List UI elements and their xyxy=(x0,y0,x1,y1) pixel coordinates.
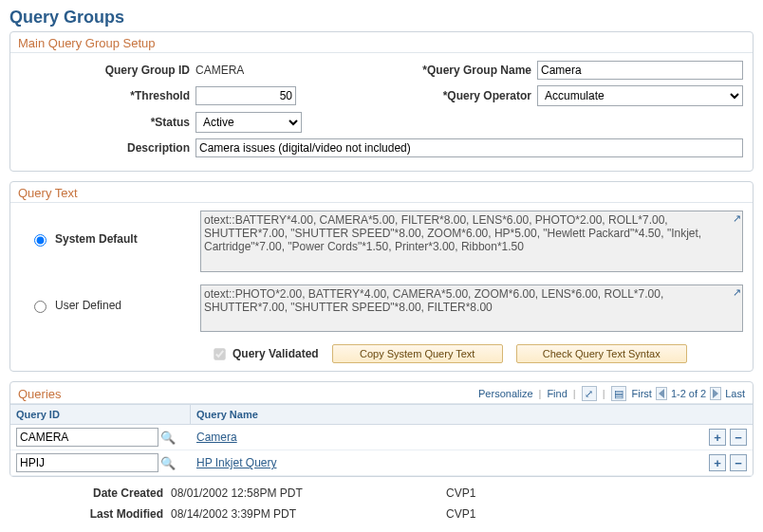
check-query-syntax-button[interactable]: Check Query Text Syntax xyxy=(516,344,687,363)
delete-row-button[interactable]: − xyxy=(730,429,747,446)
radio-user-defined[interactable] xyxy=(34,301,47,313)
radio-system-default[interactable] xyxy=(34,234,47,247)
pager-prev-icon[interactable] xyxy=(656,387,667,400)
link-query-name[interactable]: Camera xyxy=(196,431,709,444)
column-query-id[interactable]: Query ID xyxy=(10,405,191,424)
select-query-operator[interactable]: Accumulate xyxy=(537,85,743,106)
grid-toolbar: Personalize | Find | ⤢ | ▤ First 1-2 of … xyxy=(478,386,745,401)
label-description: Description xyxy=(20,141,195,155)
lookup-icon[interactable]: 🔍 xyxy=(160,431,176,445)
value-last-modified: 08/14/2002 3:39PM PDT xyxy=(171,507,389,521)
main-setup-section: Main Query Group Setup Query Group ID CA… xyxy=(9,31,754,172)
zoom-icon[interactable]: ⤢ xyxy=(582,386,597,401)
value-last-modified-user: CVP1 xyxy=(389,507,754,521)
textarea-system-default[interactable]: otext::BATTERY*4.00, CAMERA*5.00, FILTER… xyxy=(200,211,743,272)
input-description[interactable] xyxy=(195,138,743,157)
footer-date-created: Date Created 08/01/2002 12:58PM PDT CVP1 xyxy=(9,486,754,500)
input-query-id[interactable] xyxy=(16,453,158,472)
query-text-section: Query Text System Default otext::BATTERY… xyxy=(9,181,754,372)
expand-icon[interactable]: ↗ xyxy=(733,212,741,225)
input-query-group-name[interactable] xyxy=(537,61,743,80)
label-date-created: Date Created xyxy=(9,486,171,500)
label-system-default: System Default xyxy=(55,232,138,246)
section-title-query-text: Query Text xyxy=(10,182,753,203)
label-query-group-name: *Query Group Name xyxy=(385,64,537,77)
label-query-group-id: Query Group ID xyxy=(20,64,195,77)
copy-system-query-button[interactable]: Copy System Query Text xyxy=(332,344,503,363)
grid-icon[interactable]: ▤ xyxy=(611,386,626,401)
pager-last[interactable]: Last xyxy=(725,388,745,399)
input-query-id[interactable] xyxy=(16,428,158,447)
value-date-created: 08/01/2002 12:58PM PDT xyxy=(171,486,389,500)
delete-row-button[interactable]: − xyxy=(730,454,747,471)
find-link[interactable]: Find xyxy=(547,388,567,399)
label-user-defined: User Defined xyxy=(55,299,121,312)
label-threshold: *Threshold xyxy=(20,89,195,102)
value-query-group-id: CAMERA xyxy=(195,64,385,77)
add-row-button[interactable]: + xyxy=(709,454,726,471)
personalize-link[interactable]: Personalize xyxy=(478,388,532,399)
pager-next-icon[interactable] xyxy=(710,387,721,400)
column-query-name[interactable]: Query Name xyxy=(191,405,753,424)
section-title-main: Main Query Group Setup xyxy=(10,32,753,53)
label-query-operator: *Query Operator xyxy=(385,89,537,102)
add-row-button[interactable]: + xyxy=(709,429,726,446)
pager-first[interactable]: First xyxy=(632,388,652,399)
footer-last-modified: Last Modified 08/14/2002 3:39PM PDT CVP1 xyxy=(9,507,754,521)
value-date-created-user: CVP1 xyxy=(389,486,754,500)
label-query-validated: Query Validated xyxy=(233,347,319,360)
table-row: 🔍 HP Inkjet Query + − xyxy=(10,450,753,476)
pager-range: 1-2 of 2 xyxy=(671,388,706,399)
page-title: Query Groups xyxy=(9,8,754,28)
label-status: *Status xyxy=(20,116,195,129)
lookup-icon[interactable]: 🔍 xyxy=(160,456,176,470)
expand-icon[interactable]: ↗ xyxy=(733,286,741,299)
section-title-queries: Queries xyxy=(18,387,62,401)
textarea-user-defined[interactable]: otext::PHOTO*2.00, BATTERY*4.00, CAMERA*… xyxy=(200,284,743,332)
table-row: 🔍 Camera + − xyxy=(10,425,753,450)
queries-section: Queries Personalize | Find | ⤢ | ▤ First… xyxy=(9,381,754,477)
checkbox-query-validated xyxy=(214,348,225,359)
input-threshold[interactable] xyxy=(195,86,296,105)
link-query-name[interactable]: HP Inkjet Query xyxy=(196,456,709,469)
label-last-modified: Last Modified xyxy=(9,507,171,521)
select-status[interactable]: Active xyxy=(195,112,302,133)
